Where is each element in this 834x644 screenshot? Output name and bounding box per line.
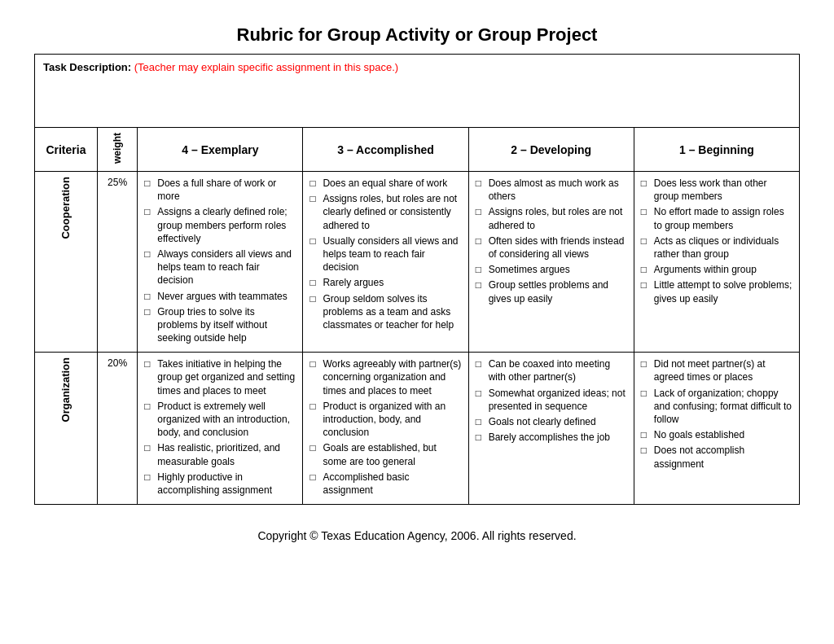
score-cell-0-col4: Does a full share of work or moreAssigns… [138,172,303,353]
list-item: Does an equal share of work [309,177,461,190]
check-list-1-col4: Takes initiative in helping the group ge… [144,357,296,497]
header-col3: 3 – Accomplished [303,128,468,172]
weight-cell-0: 25% [97,172,137,353]
list-item: Does almost as much work as others [476,177,627,203]
header-criteria: Criteria [35,128,98,172]
score-cell-1-col2: Can be coaxed into meeting with other pa… [468,353,634,505]
list-item: Does not accomplish assignment [641,444,792,470]
criteria-cell-0: Cooperation [35,172,98,353]
list-item: Somewhat organized ideas; not presented … [476,387,627,413]
list-item: No effort made to assign roles to group … [641,205,792,231]
header-col2: 2 – Developing [468,128,634,172]
list-item: Group seldom solves its problems as a te… [309,292,461,332]
list-item: Lack of organization; choppy and confusi… [641,387,792,427]
check-list-0-col2: Does almost as much work as othersAssign… [476,177,627,305]
list-item: Barely accomplishes the job [476,431,627,444]
list-item: Usually considers all views and helps te… [309,234,461,274]
list-item: Rarely argues [309,276,461,289]
weight-cell-1: 20% [97,353,137,505]
criteria-cell-1: Organization [35,353,98,505]
footer: Copyright © Texas Education Agency, 2006… [257,529,576,542]
list-item: Product is organized with an introductio… [309,400,461,440]
score-cell-0-col3: Does an equal share of workAssigns roles… [303,172,468,353]
list-item: Group tries to solve its problems by its… [144,305,296,345]
list-item: Works agreeably with partner(s) concerni… [309,357,461,397]
list-item: Highly productive in accomplishing assig… [144,471,296,497]
rubric-body: Cooperation25%Does a full share of work … [35,172,800,505]
list-item: Does less work than other group members [641,177,792,203]
list-item: Assigns roles, but roles are not clearly… [309,192,461,232]
score-cell-1-col3: Works agreeably with partner(s) concerni… [303,353,468,505]
list-item: Always considers all views and helps tea… [144,248,296,287]
list-item: Acts as cliques or individuals rather th… [641,234,792,261]
check-list-1-col2: Can be coaxed into meeting with other pa… [476,357,627,444]
list-item: Assigns roles, but roles are not adhered… [476,205,627,231]
check-list-0-col1: Does less work than other group membersN… [641,177,792,305]
list-item: No goals established [641,428,792,441]
task-description-row: Task Description: (Teacher may explain s… [35,55,800,128]
score-cell-0-col2: Does almost as much work as othersAssign… [468,172,634,353]
list-item: Arguments within group [641,263,792,276]
header-col4: 4 – Exemplary [138,128,303,172]
list-item: Did not meet partner(s) at agreed times … [641,357,792,383]
list-item: Accomplished basic assignment [309,471,461,497]
list-item: Often sides with friends instead of cons… [476,234,627,261]
criteria-label-1: Organization [59,357,72,422]
page-title: Rubric for Group Activity or Group Proje… [237,24,598,46]
header-row: Criteria weight 4 – Exemplary 3 – Accomp… [35,128,800,172]
list-item: Product is extremely well organized with… [144,400,296,440]
task-value: (Teacher may explain specific assignment… [134,61,398,73]
score-cell-0-col1: Does less work than other group membersN… [634,172,799,353]
check-list-1-col3: Works agreeably with partner(s) concerni… [309,357,461,497]
list-item: Can be coaxed into meeting with other pa… [476,357,627,383]
task-description-cell: Task Description: (Teacher may explain s… [35,55,800,128]
table-row: Organization20%Takes initiative in helpi… [35,353,800,505]
score-cell-1-col1: Did not meet partner(s) at agreed times … [634,353,799,505]
list-item: Does a full share of work or more [144,177,296,203]
header-weight: weight [97,128,137,172]
header-col1: 1 – Beginning [634,128,799,172]
list-item: Never argues with teammates [144,290,296,303]
check-list-0-col3: Does an equal share of workAssigns roles… [309,177,461,331]
check-list-1-col1: Did not meet partner(s) at agreed times … [641,357,792,471]
table-row: Cooperation25%Does a full share of work … [35,172,800,353]
task-label: Task Description: [43,61,131,73]
list-item: Group settles problems and gives up easi… [476,278,627,304]
score-cell-1-col4: Takes initiative in helping the group ge… [138,353,303,505]
list-item: Takes initiative in helping the group ge… [144,357,296,397]
list-item: Goals are established, but some are too … [309,441,461,467]
list-item: Assigns a clearly defined role; group me… [144,205,296,245]
list-item: Has realistic, prioritized, and measurab… [144,441,296,467]
criteria-label-0: Cooperation [59,177,72,239]
check-list-0-col4: Does a full share of work or moreAssigns… [144,177,296,344]
list-item: Sometimes argues [476,263,627,276]
list-item: Goals not clearly defined [476,415,627,428]
list-item: Little attempt to solve problems; gives … [641,278,792,304]
rubric-table: Task Description: (Teacher may explain s… [34,54,800,505]
